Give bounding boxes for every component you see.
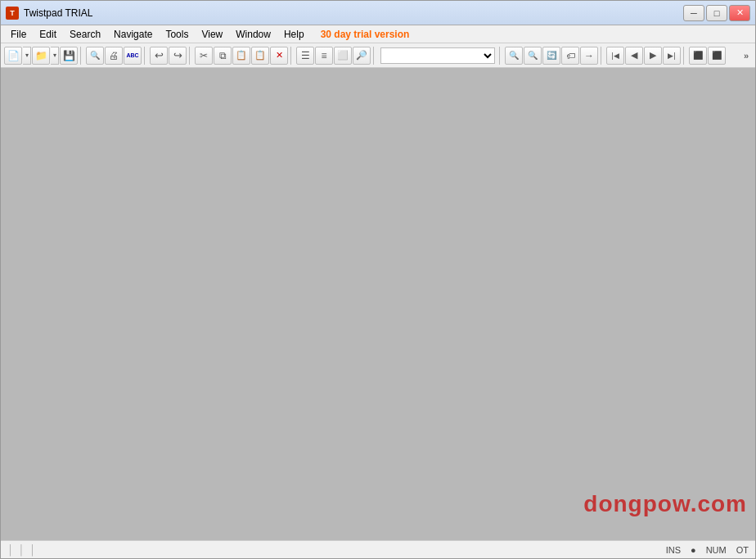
- insert-button[interactable]: [334, 47, 352, 65]
- nav-prev-button[interactable]: [625, 47, 643, 65]
- dot-indicator: ●: [691, 545, 696, 555]
- minimize-button[interactable]: ─: [683, 5, 704, 21]
- new-group: ▾: [4, 47, 31, 65]
- spell-button[interactable]: [124, 47, 142, 65]
- redo-button[interactable]: [169, 47, 187, 65]
- status-right: INS ● NUM OT: [666, 545, 749, 555]
- separator-2: [144, 47, 147, 65]
- search-dropdown[interactable]: [380, 47, 495, 64]
- open-group: ▾: [32, 47, 59, 65]
- main-content-area: dongpow.com: [1, 68, 755, 540]
- status-dividers: │ │ │: [7, 544, 36, 556]
- list1-button[interactable]: [296, 47, 314, 65]
- menu-view[interactable]: View: [195, 27, 229, 42]
- cut-button[interactable]: [195, 47, 213, 65]
- separator-8: [683, 47, 686, 65]
- main-window: T Twistpad TRIAL ─ □ ✕ File Edit Search …: [0, 0, 756, 559]
- menu-trial: 30 day trial version: [314, 27, 416, 42]
- watermark: dongpow.com: [583, 491, 747, 517]
- find2-button[interactable]: [524, 47, 542, 65]
- menu-tools[interactable]: Tools: [159, 27, 195, 42]
- menu-window[interactable]: Window: [229, 27, 277, 42]
- go-button[interactable]: [580, 47, 598, 65]
- separator-1: [80, 47, 83, 65]
- nav-first-button[interactable]: [606, 47, 624, 65]
- title-bar-left: T Twistpad TRIAL: [6, 7, 92, 20]
- list2-button[interactable]: [315, 47, 333, 65]
- menu-help[interactable]: Help: [277, 27, 311, 42]
- delete-button[interactable]: [270, 47, 288, 65]
- maximize-button[interactable]: □: [706, 5, 727, 21]
- split-h-button[interactable]: [689, 47, 707, 65]
- app-icon: T: [6, 7, 19, 20]
- num-indicator: NUM: [706, 545, 727, 555]
- separator-7: [601, 47, 604, 65]
- ins-indicator: INS: [666, 545, 681, 555]
- find1-button[interactable]: [505, 47, 523, 65]
- separator-4: [290, 47, 294, 65]
- print-preview-button[interactable]: [86, 47, 104, 65]
- status-left: │ │ │: [7, 544, 36, 556]
- menu-search[interactable]: Search: [63, 27, 107, 42]
- copy-button[interactable]: [214, 47, 232, 65]
- divider-2: │: [19, 544, 25, 556]
- menu-edit[interactable]: Edit: [33, 27, 63, 42]
- new-dropdown[interactable]: ▾: [23, 47, 31, 65]
- undo-button[interactable]: [150, 47, 168, 65]
- bookmark-button[interactable]: [561, 47, 579, 65]
- print-button[interactable]: [105, 47, 123, 65]
- ot-indicator: OT: [736, 545, 749, 555]
- toolbar-expand-button[interactable]: »: [740, 49, 752, 62]
- toolbar: ▾ ▾: [1, 43, 755, 68]
- window-controls: ─ □ ✕: [683, 5, 750, 21]
- nav-next-button[interactable]: [644, 47, 662, 65]
- search-icon-button[interactable]: [353, 47, 371, 65]
- open-button[interactable]: [32, 47, 50, 65]
- divider-3: │: [29, 544, 36, 556]
- menu-file[interactable]: File: [4, 27, 33, 42]
- replace-button[interactable]: [542, 47, 560, 65]
- open-dropdown[interactable]: ▾: [51, 47, 59, 65]
- close-button[interactable]: ✕: [729, 5, 750, 21]
- paste-button[interactable]: [232, 47, 250, 65]
- save-button[interactable]: [60, 47, 78, 65]
- paste-special-button[interactable]: [251, 47, 269, 65]
- divider-1: │: [7, 544, 14, 556]
- menu-navigate[interactable]: Navigate: [107, 27, 159, 42]
- menu-bar: File Edit Search Navigate Tools View Win…: [1, 25, 755, 43]
- separator-6: [499, 47, 502, 65]
- window-title: Twistpad TRIAL: [24, 7, 92, 19]
- split-v-button[interactable]: [708, 47, 726, 65]
- nav-last-button[interactable]: [663, 47, 681, 65]
- status-bar: │ │ │ INS ● NUM OT: [1, 540, 755, 558]
- separator-5: [373, 47, 376, 65]
- title-bar: T Twistpad TRIAL ─ □ ✕: [1, 1, 755, 25]
- separator-3: [189, 47, 192, 65]
- new-button[interactable]: [4, 47, 22, 65]
